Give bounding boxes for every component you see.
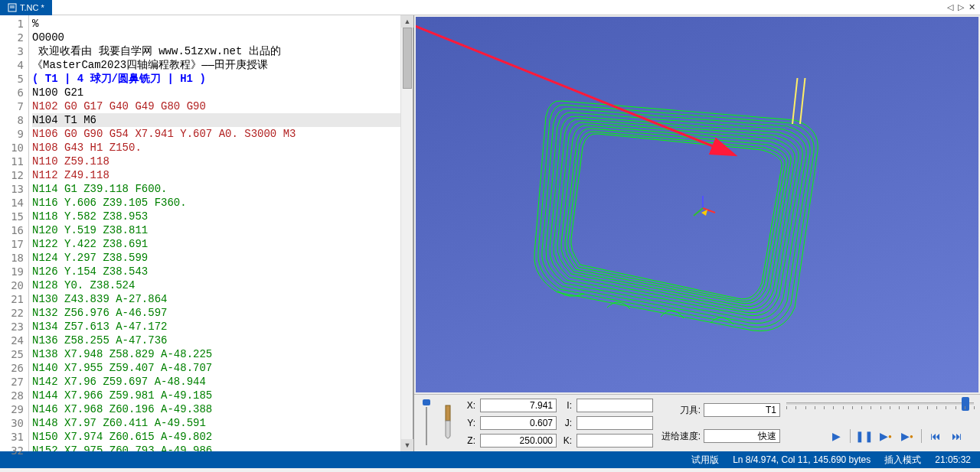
simulation-controls: X: I: Y: J: Z: K: 刀具: 进给速度: bbox=[414, 394, 980, 451]
code-line[interactable]: O0000 bbox=[32, 31, 413, 44]
code-line[interactable]: N130 Z43.839 A-27.864 bbox=[32, 292, 413, 306]
y-field[interactable] bbox=[480, 416, 557, 430]
pause-button[interactable]: ❚❚ bbox=[857, 428, 872, 444]
k-label: K: bbox=[560, 435, 573, 446]
line-number: 12 bbox=[0, 168, 24, 182]
line-number: 28 bbox=[0, 389, 24, 402]
status-bar: 试用版 Ln 8/4.974, Col 11, 145.690 bytes 插入… bbox=[0, 451, 980, 468]
code-line[interactable]: N142 X7.96 Z59.697 A-48.944 bbox=[32, 375, 413, 389]
code-line[interactable]: N134 Z57.613 A-47.172 bbox=[32, 320, 413, 334]
code-line[interactable]: N146 X7.968 Z60.196 A-49.388 bbox=[32, 402, 413, 416]
status-insert-mode: 插入模式 bbox=[884, 454, 921, 467]
line-number: 4 bbox=[0, 58, 24, 72]
step-back-button[interactable]: ▶● bbox=[878, 428, 893, 444]
line-number: 20 bbox=[0, 278, 24, 292]
code-line[interactable]: % bbox=[32, 17, 413, 31]
code-line[interactable]: N114 G1 Z39.118 F600. bbox=[32, 182, 413, 196]
file-tab[interactable]: T.NC * bbox=[0, 0, 52, 15]
i-field[interactable] bbox=[577, 399, 653, 412]
feed-field[interactable] bbox=[704, 429, 780, 443]
code-line[interactable]: N148 X7.97 Z60.411 A-49.591 bbox=[32, 416, 413, 430]
code-line[interactable]: 《MasterCam2023四轴编程教程》——田开庚授课 bbox=[32, 58, 413, 72]
toolpath-render bbox=[515, 78, 837, 338]
play-button[interactable]: ▶ bbox=[828, 428, 844, 444]
code-line[interactable]: N104 T1 M6 bbox=[32, 113, 413, 127]
tab-bar: T.NC * ◁ ▷ ✕ bbox=[0, 0, 980, 15]
i-label: I: bbox=[560, 400, 573, 411]
skip-fwd-button[interactable]: ⏭ bbox=[949, 428, 965, 444]
j-label: J: bbox=[560, 418, 573, 428]
line-number: 30 bbox=[0, 416, 24, 430]
line-number: 26 bbox=[0, 361, 24, 375]
progress-slider[interactable]: ▶ ❚❚ ▶● ▶● ⏮ ⏭ bbox=[786, 398, 974, 448]
line-number: 3 bbox=[0, 44, 24, 58]
line-number: 31 bbox=[0, 430, 24, 444]
x-field[interactable] bbox=[480, 399, 557, 412]
line-number: 1 bbox=[0, 17, 24, 31]
code-content[interactable]: %O0000 欢迎收看由 我要自学网 www.51zxw.net 出品的《Mas… bbox=[29, 15, 413, 451]
code-line[interactable]: N126 Y.154 Z38.543 bbox=[32, 265, 413, 278]
code-line[interactable]: N124 Y.297 Z38.599 bbox=[32, 251, 413, 265]
code-line[interactable]: N122 Y.422 Z38.691 bbox=[32, 237, 413, 251]
code-line[interactable]: N140 X7.955 Z59.407 A-48.707 bbox=[32, 361, 413, 375]
code-line[interactable]: N128 Y0. Z38.524 bbox=[32, 278, 413, 292]
status-trial: 试用版 bbox=[691, 454, 719, 467]
coordinate-readout: X: I: Y: J: Z: K: bbox=[463, 398, 653, 448]
j-field[interactable] bbox=[577, 416, 653, 430]
line-number: 15 bbox=[0, 210, 24, 223]
tool-field[interactable] bbox=[704, 403, 780, 417]
line-number: 18 bbox=[0, 251, 24, 265]
code-line[interactable]: N112 Z49.118 bbox=[32, 168, 413, 182]
line-number: 27 bbox=[0, 375, 24, 389]
code-line[interactable]: N118 Y.582 Z38.953 bbox=[32, 210, 413, 223]
code-line[interactable]: N116 Y.606 Z39.105 F360. bbox=[32, 196, 413, 210]
code-line[interactable]: N136 Z58.255 A-47.736 bbox=[32, 334, 413, 347]
line-number: 22 bbox=[0, 306, 24, 320]
code-line[interactable]: ( T1 | 4 球刀/圆鼻铣刀 | H1 ) bbox=[32, 72, 413, 86]
x-label: X: bbox=[463, 400, 477, 411]
z-field[interactable] bbox=[480, 434, 557, 448]
code-line[interactable]: N144 X7.966 Z59.981 A-49.185 bbox=[32, 389, 413, 402]
speed-slider-vertical[interactable] bbox=[420, 398, 433, 448]
svg-rect-11 bbox=[446, 405, 450, 421]
code-editor[interactable]: 1234567891011121314151617181920212223242… bbox=[0, 15, 413, 451]
code-line[interactable]: N100 G21 bbox=[32, 86, 413, 99]
line-number: 13 bbox=[0, 182, 24, 196]
skip-back-button[interactable]: ⏮ bbox=[928, 428, 943, 444]
code-line[interactable]: N108 G43 H1 Z150. bbox=[32, 141, 413, 155]
code-line[interactable]: N106 G0 G90 G54 X7.941 Y.607 A0. S3000 M… bbox=[32, 127, 413, 141]
tab-title: T.NC * bbox=[20, 3, 44, 12]
code-line[interactable]: N150 X7.974 Z60.615 A-49.802 bbox=[32, 430, 413, 444]
tool-icon bbox=[439, 398, 457, 448]
scroll-thumb[interactable] bbox=[403, 28, 412, 89]
line-number: 32 bbox=[0, 444, 24, 457]
playback-controls: ▶ ❚❚ ▶● ▶● ⏮ ⏭ bbox=[828, 428, 965, 444]
line-number: 9 bbox=[0, 127, 24, 141]
line-number: 6 bbox=[0, 86, 24, 99]
line-number: 11 bbox=[0, 155, 24, 168]
step-fwd-button[interactable]: ▶● bbox=[900, 428, 915, 444]
vertical-scrollbar[interactable]: ▲ ▼ bbox=[400, 15, 413, 451]
z-label: Z: bbox=[463, 435, 477, 446]
line-number: 21 bbox=[0, 292, 24, 306]
code-line[interactable]: N152 X7.975 Z60.793 A-49.986 bbox=[32, 444, 413, 451]
code-line[interactable]: N110 Z59.118 bbox=[32, 155, 413, 168]
tab-prev-icon[interactable]: ◁ bbox=[946, 2, 955, 12]
line-number: 10 bbox=[0, 141, 24, 155]
k-field[interactable] bbox=[577, 434, 653, 448]
code-line[interactable]: N120 Y.519 Z38.811 bbox=[32, 223, 413, 237]
scroll-down-icon[interactable]: ▼ bbox=[401, 439, 413, 451]
code-line[interactable]: N138 X7.948 Z58.829 A-48.225 bbox=[32, 347, 413, 361]
main-area: 1234567891011121314151617181920212223242… bbox=[0, 15, 980, 451]
line-number: 8 bbox=[0, 113, 24, 127]
svg-line-4 bbox=[800, 78, 810, 124]
code-line[interactable]: 欢迎收看由 我要自学网 www.51zxw.net 出品的 bbox=[32, 44, 413, 58]
line-number: 2 bbox=[0, 31, 24, 44]
3d-viewport[interactable] bbox=[416, 17, 978, 392]
right-panel: X: I: Y: J: Z: K: 刀具: 进给速度: bbox=[413, 15, 980, 451]
tab-next-icon[interactable]: ▷ bbox=[956, 2, 965, 12]
scroll-up-icon[interactable]: ▲ bbox=[401, 15, 413, 28]
tab-close-icon[interactable]: ✕ bbox=[967, 2, 977, 12]
code-line[interactable]: N102 G0 G17 G40 G49 G80 G90 bbox=[32, 99, 413, 113]
code-line[interactable]: N132 Z56.976 A-46.597 bbox=[32, 306, 413, 320]
